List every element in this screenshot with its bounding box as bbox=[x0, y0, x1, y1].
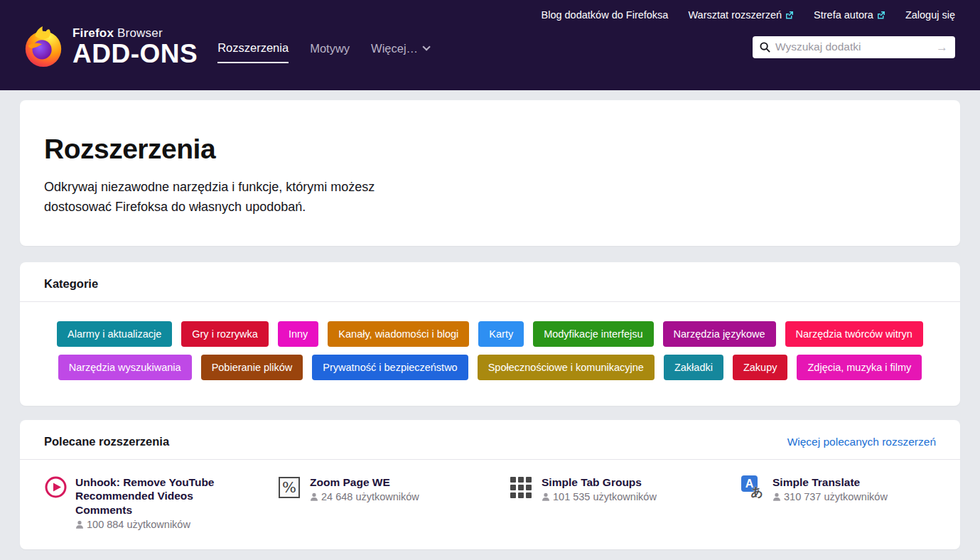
firefox-addons-logo[interactable]: Firefox Browser ADD-ONS bbox=[21, 25, 198, 69]
brand-addons: ADD-ONS bbox=[72, 41, 198, 67]
category-search-tools[interactable]: Narzędzia wyszukiwania bbox=[58, 355, 192, 380]
secondary-nav: Blog dodatków do Firefoksa Warsztat rozs… bbox=[0, 0, 980, 21]
page-title: Rozszerzenia bbox=[44, 134, 936, 165]
extension-workshop-label: Warsztat rozszerzeń bbox=[688, 9, 782, 21]
category-appearance[interactable]: Modyfikacje interfejsu bbox=[533, 321, 653, 347]
tab-extensions-label: Rozszerzenia bbox=[217, 41, 289, 55]
extension-users: 310 737 użytkowników bbox=[772, 491, 888, 502]
tab-more-label: Więcej… bbox=[371, 42, 418, 55]
extension-title: Unhook: Remove YouTube Recommended Video… bbox=[75, 475, 228, 517]
extension-users: 100 884 użytkowników bbox=[75, 519, 228, 530]
external-link-icon bbox=[877, 11, 885, 19]
category-social-communication[interactable]: Społecznościowe i komunikacyjne bbox=[478, 355, 655, 380]
login-link-label: Zaloguj się bbox=[905, 9, 955, 21]
developer-hub-link[interactable]: Strefa autora bbox=[814, 9, 885, 21]
category-games-entertainment[interactable]: Gry i rozrywka bbox=[181, 321, 269, 347]
featured-heading: Polecane rozszerzenia bbox=[44, 435, 169, 448]
main-nav: Rozszerzenia Motywy Więcej… bbox=[217, 41, 428, 63]
search-input[interactable] bbox=[775, 41, 931, 53]
play-circle-icon bbox=[44, 475, 68, 499]
translate-icon: A あ bbox=[741, 475, 765, 499]
extension-title: Zoom Page WE bbox=[310, 475, 419, 489]
blog-link-label: Blog dodatków do Firefoksa bbox=[542, 9, 669, 21]
featured-extensions-card: Polecane rozszerzenia Więcej polecanych … bbox=[20, 420, 960, 549]
grid-icon bbox=[510, 477, 532, 498]
tab-extensions[interactable]: Rozszerzenia bbox=[217, 41, 289, 63]
categories-heading: Kategorie bbox=[44, 277, 98, 291]
category-other[interactable]: Inny bbox=[278, 321, 318, 347]
extension-users: 101 535 użytkowników bbox=[542, 491, 657, 502]
tab-more[interactable]: Więcej… bbox=[371, 42, 428, 63]
site-header: Blog dodatków do Firefoksa Warsztat rozs… bbox=[0, 0, 980, 90]
category-row-2: Narzędzia wyszukiwania Pobieranie plików… bbox=[58, 355, 922, 380]
developer-hub-label: Strefa autora bbox=[814, 9, 873, 21]
more-featured-link[interactable]: Więcej polecanych rozszerzeń bbox=[787, 436, 936, 448]
brand-text: Firefox Browser ADD-ONS bbox=[72, 27, 198, 67]
category-bookmarks[interactable]: Zakładki bbox=[664, 355, 723, 380]
category-download-management[interactable]: Pobieranie plików bbox=[201, 355, 303, 380]
category-feeds-news-blogging[interactable]: Kanały, wiadomości i blogi bbox=[328, 321, 469, 347]
category-alerts-updates[interactable]: Alarmy i aktualizacje bbox=[57, 321, 172, 347]
user-icon bbox=[75, 520, 84, 529]
category-buttons: Alarmy i aktualizacje Gry i rozrywka Inn… bbox=[20, 302, 960, 380]
user-count: 101 535 użytkowników bbox=[553, 491, 657, 502]
external-link-icon bbox=[785, 11, 794, 19]
user-icon bbox=[542, 492, 550, 501]
blog-link[interactable]: Blog dodatków do Firefoksa bbox=[542, 9, 669, 21]
categories-card: Kategorie Alarmy i aktualizacje Gry i ro… bbox=[20, 262, 960, 406]
user-count: 310 737 użytkowników bbox=[784, 491, 888, 502]
category-tabs[interactable]: Karty bbox=[478, 321, 524, 347]
search-icon bbox=[760, 42, 770, 53]
user-count: 100 884 użytkowników bbox=[87, 519, 190, 530]
search-box: → bbox=[753, 36, 955, 58]
user-icon bbox=[772, 492, 781, 501]
extension-item-simple-translate[interactable]: A あ Simple Translate 310 737 użytkownikó… bbox=[741, 475, 976, 530]
tab-themes[interactable]: Motywy bbox=[310, 42, 350, 63]
extension-title: Simple Tab Groups bbox=[542, 475, 657, 489]
page-description: Odkrywaj niezawodne narzędzia i funkcje,… bbox=[44, 178, 417, 217]
category-row-1: Alarmy i aktualizacje Gry i rozrywka Inn… bbox=[57, 321, 923, 347]
brand-browser: Browser bbox=[117, 26, 163, 40]
extension-item-unhook[interactable]: Unhook: Remove YouTube Recommended Video… bbox=[44, 475, 279, 530]
hero-card: Rozszerzenia Odkrywaj niezawodne narzędz… bbox=[20, 100, 960, 246]
chevron-down-icon bbox=[423, 43, 431, 50]
search-submit-arrow-icon[interactable]: → bbox=[936, 41, 948, 53]
extension-item-zoom-page-we[interactable]: % Zoom Page WE 24 648 użytkowników bbox=[279, 475, 510, 530]
featured-grid: Unhook: Remove YouTube Recommended Video… bbox=[20, 460, 960, 530]
header-main-row: Firefox Browser ADD-ONS Rozszerzenia Mot… bbox=[0, 21, 980, 69]
category-photos-music-videos[interactable]: Zdjęcia, muzyka i filmy bbox=[797, 355, 922, 380]
percent-icon: % bbox=[279, 477, 300, 498]
user-count: 24 648 użytkowników bbox=[321, 491, 419, 502]
brand-firefox: Firefox bbox=[72, 26, 114, 40]
extension-title: Simple Translate bbox=[772, 475, 888, 489]
tab-themes-label: Motywy bbox=[310, 42, 350, 55]
category-language-support[interactable]: Narzędzia językowe bbox=[663, 321, 776, 347]
firefox-logo-icon bbox=[21, 25, 65, 69]
login-link[interactable]: Zaloguj się bbox=[905, 9, 955, 21]
user-icon bbox=[310, 492, 318, 501]
extension-item-simple-tab-groups[interactable]: Simple Tab Groups 101 535 użytkowników bbox=[510, 475, 741, 530]
extension-users: 24 648 użytkowników bbox=[310, 491, 419, 502]
extension-workshop-link[interactable]: Warsztat rozszerzeń bbox=[688, 9, 794, 21]
category-privacy-security[interactable]: Prywatność i bezpieczeństwo bbox=[312, 355, 468, 380]
category-web-development[interactable]: Narzędzia twórców witryn bbox=[785, 321, 923, 347]
category-shopping[interactable]: Zakupy bbox=[733, 355, 788, 380]
